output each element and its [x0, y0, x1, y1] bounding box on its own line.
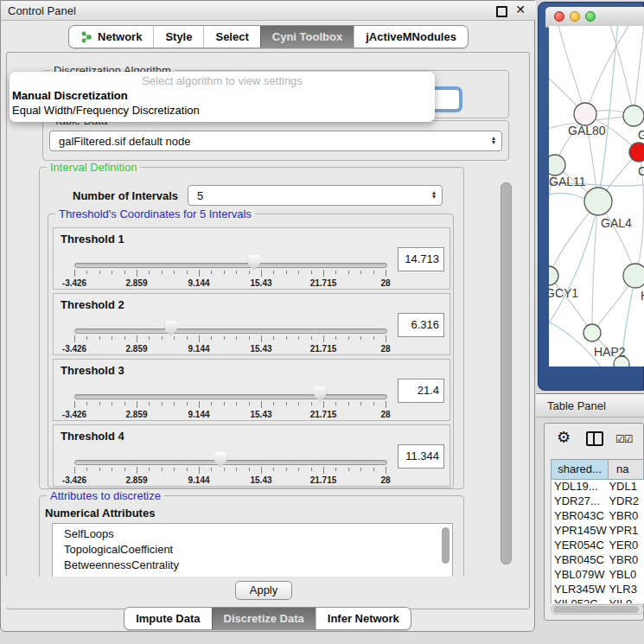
tick [174, 402, 175, 405]
tab-cyni-toolbox[interactable]: Cyni Toolbox [260, 26, 354, 48]
slider-thumb[interactable] [165, 321, 177, 336]
tab-style[interactable]: Style [153, 26, 203, 48]
threshold-2-value[interactable]: 6.316 [398, 313, 444, 337]
tick [373, 468, 374, 471]
list-item[interactable]: TopologicalCoefficient [53, 542, 452, 558]
tab-jactivemnodules[interactable]: jActiveMNodules [354, 26, 468, 48]
tick [335, 402, 336, 405]
tick [261, 270, 262, 277]
tick [298, 468, 299, 471]
table-row[interactable]: YLR345WYLR3 [552, 583, 644, 597]
slider-track[interactable] [74, 263, 387, 268]
tab-discretize-data[interactable]: Discretize Data [212, 608, 316, 629]
popup-option-equal-width[interactable]: Equal Width/Frequency Discretization [12, 104, 200, 117]
table-row[interactable]: YER054CYER0 [552, 539, 644, 553]
table-row[interactable]: YBR043CYBR0 [552, 509, 644, 524]
slider-tick-labels: -3.4262.8599.14415.4321.71528 [74, 278, 386, 289]
tab-infer-network[interactable]: Infer Network [316, 608, 411, 629]
table-row[interactable]: YDL19...YDL1 [552, 480, 644, 494]
close-icon[interactable]: ✕ [515, 3, 526, 16]
tick [348, 336, 349, 340]
list-item[interactable]: BetweennessCentrality [53, 558, 452, 573]
network-node[interactable] [583, 324, 601, 341]
horizontal-scrollbar[interactable] [551, 604, 644, 615]
main-scrollbar[interactable] [501, 182, 512, 564]
tab-impute-data[interactable]: Impute Data [124, 608, 211, 629]
tick [137, 401, 137, 408]
table-row[interactable]: YIL052CYIL0 [552, 597, 644, 603]
network-node[interactable] [623, 264, 644, 288]
tick [261, 401, 262, 408]
tab-network[interactable]: Network [69, 26, 153, 48]
threshold-3-label: Threshold 3 [61, 364, 124, 377]
tick [298, 402, 299, 405]
network-node[interactable] [584, 188, 612, 215]
slider-tick-labels: -3.4262.8599.14415.4321.71528 [74, 410, 386, 420]
tick-label: 28 [380, 278, 390, 288]
table-data-combobox[interactable]: galFiltered.sif default node ▴▾ [49, 131, 502, 151]
network-node[interactable] [574, 103, 596, 125]
horizontal-scrollbar-thumb[interactable] [553, 606, 639, 613]
slider-track[interactable] [74, 328, 387, 334]
network-node[interactable] [614, 356, 629, 367]
network-node[interactable] [549, 155, 565, 175]
tick [149, 402, 150, 405]
slider-ticks [74, 270, 386, 277]
threshold-1-value[interactable]: 14.713 [398, 247, 444, 271]
columns-icon[interactable] [586, 431, 603, 446]
network-node[interactable] [549, 266, 558, 285]
network-node[interactable] [629, 143, 644, 162]
slider-thumb[interactable] [314, 386, 326, 402]
tick [236, 402, 237, 405]
close-traffic-light[interactable] [554, 11, 564, 22]
tick [86, 271, 87, 274]
network-node[interactable] [623, 105, 644, 126]
list-item[interactable]: SelfLoops [53, 524, 452, 542]
window-title: Control Panel [8, 4, 76, 17]
table-row[interactable]: YPR145WYPR1 [552, 524, 644, 539]
network-canvas[interactable]: GAL80GCGAL11GAL4GCY1HHAP2 [549, 26, 644, 367]
table-row[interactable]: YBR045CYBR0 [552, 553, 644, 568]
tick [311, 402, 312, 405]
checkboxes-icon[interactable]: ☑☑ [615, 433, 633, 445]
slider-thumb[interactable] [214, 452, 226, 468]
network-window-titlebar[interactable] [545, 7, 644, 28]
tick [174, 468, 175, 471]
threshold-3-value[interactable]: 21.4 [398, 379, 444, 403]
column-header-shared[interactable]: shared... [551, 459, 609, 480]
tick-label: -3.426 [62, 344, 86, 354]
number-of-intervals-label: Number of Intervals [73, 189, 178, 202]
float-window-icon[interactable] [496, 6, 507, 17]
threshold-4-value[interactable]: 11.344 [398, 444, 444, 469]
network-nodes[interactable]: GAL80GCGAL11GAL4GCY1HHAP2 [549, 103, 644, 367]
tick-label: 15.43 [250, 410, 271, 419]
column-header-name[interactable]: na [609, 459, 644, 480]
table-row[interactable]: YDR27...YDR2 [552, 494, 644, 509]
tick [323, 401, 324, 408]
threshold-4-label: Threshold 4 [61, 430, 124, 443]
tick-label: 21.715 [310, 410, 337, 419]
tick-label: 21.715 [310, 475, 337, 485]
tick [112, 402, 112, 405]
threshold-1-slider: -3.4262.8599.14415.4321.71528 [74, 252, 386, 287]
tick [112, 468, 112, 471]
minimize-traffic-light[interactable] [570, 11, 580, 22]
thresholds-group-title: Threshold's Coordinates for 5 Intervals [55, 207, 255, 220]
slider-track[interactable] [74, 394, 387, 399]
slider-track[interactable] [74, 460, 387, 465]
apply-button[interactable]: Apply [235, 581, 292, 600]
zoom-traffic-light[interactable] [585, 11, 596, 22]
top-tab-group: Network Style Select Cyni Toolbox jActiv… [68, 25, 469, 48]
slider-thumb[interactable] [248, 255, 260, 271]
popup-option-manual-discretization[interactable]: Manual Discretization [12, 89, 128, 102]
algorithm-dropdown-popup: Select algorithm to view settings Manual… [10, 72, 435, 122]
number-of-intervals-spinner[interactable]: 5 ▴▾ [188, 185, 443, 206]
tick [286, 271, 287, 274]
tick [360, 402, 361, 405]
popup-placeholder: Select algorithm to view settings [10, 74, 435, 87]
table-row[interactable]: YBL079WYBL0 [552, 568, 644, 583]
list-scrollbar[interactable] [442, 527, 450, 564]
tick [162, 468, 163, 471]
gear-icon[interactable]: ⚙ [557, 428, 571, 447]
tab-select[interactable]: Select [203, 26, 259, 48]
